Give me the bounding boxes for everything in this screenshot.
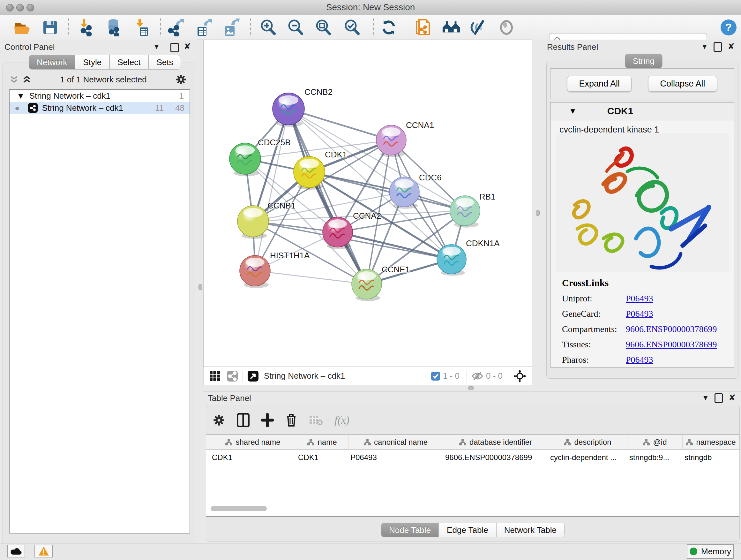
network-row-selected[interactable]: ● String Network – cdk1 11 48 bbox=[10, 102, 190, 114]
zoom-selected-icon[interactable] bbox=[343, 18, 361, 37]
function-builder-icon-disabled: f(x) bbox=[334, 414, 349, 426]
node-label-CCNB2: CCNB2 bbox=[305, 87, 333, 97]
results-panel-menu-icon[interactable]: ▾ bbox=[702, 42, 706, 53]
detach-view-icon[interactable] bbox=[247, 370, 259, 382]
cell-description[interactable]: cyclin-dependent ... bbox=[550, 453, 626, 462]
node-CCNB2[interactable]: CCNB2 bbox=[273, 87, 333, 127]
minimize-window-button[interactable] bbox=[16, 4, 24, 11]
zoom-in-icon[interactable] bbox=[259, 18, 277, 37]
node-RB1[interactable]: RB1 bbox=[450, 192, 495, 228]
crosslink-link[interactable]: P06493 bbox=[626, 355, 653, 365]
column-header-@id[interactable]: @id bbox=[627, 435, 683, 449]
create-column-icon[interactable] bbox=[261, 413, 274, 427]
node-label-RB1: RB1 bbox=[479, 192, 495, 201]
table-panel-close-icon[interactable]: ✘ bbox=[729, 393, 736, 404]
export-image-icon[interactable] bbox=[221, 18, 240, 37]
cytoscape-window: Session: New Session bbox=[0, 0, 741, 560]
column-header-canonical-name[interactable]: canonical name bbox=[348, 435, 443, 449]
help-icon[interactable]: ? bbox=[719, 18, 738, 37]
expand-all-button[interactable]: Expand All bbox=[567, 76, 631, 91]
bottom-splitter-handle[interactable] bbox=[468, 386, 474, 390]
show-panel-icon[interactable] bbox=[497, 18, 516, 37]
tab-sets[interactable]: Sets bbox=[148, 55, 181, 70]
open-session-icon[interactable] bbox=[12, 18, 31, 37]
export-table-icon[interactable] bbox=[194, 18, 212, 37]
collapse-all-networks-icon[interactable] bbox=[9, 75, 19, 84]
hide-panels-icon[interactable] bbox=[469, 18, 488, 37]
warnings-button[interactable] bbox=[35, 545, 53, 557]
tab-network[interactable]: Network bbox=[29, 55, 75, 70]
crosslink-row: Uniprot:P06493 bbox=[562, 294, 728, 304]
edge-CCNB2-HIST1H1A[interactable] bbox=[255, 109, 288, 271]
cell-namespace[interactable]: stringdb bbox=[684, 453, 738, 462]
left-splitter-handle[interactable] bbox=[199, 284, 202, 290]
import-network-file-icon[interactable] bbox=[77, 18, 96, 37]
column-header-namespace[interactable]: namespace bbox=[683, 435, 739, 449]
tab-network-table[interactable]: Network Table bbox=[496, 523, 564, 537]
save-session-icon[interactable] bbox=[41, 18, 59, 37]
table-panel-menu-icon[interactable]: ▾ bbox=[703, 393, 708, 404]
cloud-status-button[interactable] bbox=[7, 545, 25, 557]
tab-edge-table[interactable]: Edge Table bbox=[439, 523, 496, 537]
node-CDKN1A[interactable]: CDKN1A bbox=[437, 239, 500, 276]
tab-node-table[interactable]: Node Table bbox=[381, 523, 439, 537]
right-splitter-handle[interactable] bbox=[536, 210, 540, 216]
node-HIST1H1A[interactable]: HIST1H1A bbox=[240, 251, 310, 288]
import-table-file-icon[interactable] bbox=[132, 18, 151, 37]
collapse-all-button[interactable]: Collapse All bbox=[648, 76, 717, 91]
cell-@id[interactable]: stringdb:9... bbox=[629, 453, 681, 462]
results-panel-close-icon[interactable]: ✘ bbox=[728, 42, 735, 53]
cell-name[interactable]: CDK1 bbox=[298, 453, 347, 462]
tab-select[interactable]: Select bbox=[110, 55, 148, 70]
zoom-out-icon[interactable] bbox=[286, 18, 305, 37]
gene-card-header[interactable]: ▼ CDK1 bbox=[550, 103, 734, 120]
selected-checkbox-icon[interactable] bbox=[431, 371, 441, 381]
birdseye-navigator-icon[interactable] bbox=[514, 370, 526, 382]
results-panel-float-icon[interactable] bbox=[714, 42, 722, 53]
cell-database-identifier[interactable]: 9606.ENSP00000378699 bbox=[445, 453, 547, 462]
refresh-icon[interactable] bbox=[380, 18, 398, 37]
control-panel-close-icon[interactable]: ✘ bbox=[184, 42, 191, 51]
column-header-shared-name[interactable]: shared name bbox=[210, 435, 296, 449]
network-canvas[interactable]: CCNB2CCNA1CDC25BCDK1CDC6RB1CCNB1CCNA2CDK… bbox=[203, 40, 532, 367]
zoom-window-button[interactable] bbox=[26, 4, 34, 11]
zoom-fit-icon[interactable] bbox=[314, 18, 333, 37]
memory-button[interactable]: Memory bbox=[687, 544, 734, 559]
control-panel-menu-icon[interactable]: ▾ bbox=[154, 42, 158, 51]
cell-shared-name[interactable]: CDK1 bbox=[212, 453, 295, 462]
node-CDK1[interactable]: CDK1 bbox=[293, 150, 347, 190]
edge-CDK1-RB1[interactable] bbox=[309, 172, 465, 211]
close-window-button[interactable] bbox=[6, 4, 14, 11]
share-document-icon[interactable] bbox=[414, 18, 432, 37]
network-options-gear-icon[interactable] bbox=[175, 74, 187, 85]
edge-CCNA2-CDKN1A[interactable] bbox=[338, 232, 452, 259]
cell-canonical-name[interactable]: P06493 bbox=[350, 453, 442, 462]
node-CCNA1[interactable]: CCNA1 bbox=[376, 120, 434, 157]
hidden-eye-icon[interactable] bbox=[471, 371, 483, 381]
table-panel-float-icon[interactable] bbox=[715, 393, 723, 404]
expand-all-networks-icon[interactable] bbox=[22, 75, 31, 84]
crosslink-link[interactable]: P06493 bbox=[626, 294, 653, 304]
column-header-database-identifier[interactable]: database identifier bbox=[443, 435, 548, 449]
delete-column-icon[interactable] bbox=[285, 413, 297, 427]
import-network-database-icon[interactable] bbox=[104, 18, 123, 37]
tab-style[interactable]: Style bbox=[75, 55, 110, 70]
show-columns-icon[interactable] bbox=[237, 413, 250, 427]
crosslink-link[interactable]: 9606.ENSP00000378699 bbox=[626, 339, 717, 350]
control-panel-float-icon[interactable] bbox=[171, 43, 179, 54]
crosslink-link[interactable]: P06493 bbox=[626, 309, 653, 319]
table-hscrollbar-thumb[interactable] bbox=[211, 506, 267, 511]
network-collection-row[interactable]: ▼ String Network – cdk1 1 bbox=[10, 90, 190, 102]
collapse-triangle-icon[interactable]: ▼ bbox=[17, 91, 25, 101]
column-header-name[interactable]: name bbox=[296, 435, 348, 449]
home-networks-icon[interactable] bbox=[442, 18, 461, 37]
column-header-description[interactable]: description bbox=[548, 435, 627, 449]
edge-HIST1H1A-CCNE1[interactable] bbox=[255, 271, 367, 284]
table-options-gear-icon[interactable] bbox=[212, 414, 225, 427]
grid-view-icon[interactable] bbox=[209, 371, 220, 381]
gene-collapse-triangle-icon[interactable]: ▼ bbox=[569, 107, 577, 116]
crosslink-link[interactable]: 9606.ENSP00000378699 bbox=[626, 324, 717, 334]
export-network-icon[interactable] bbox=[166, 18, 185, 37]
network-badge-icon[interactable] bbox=[226, 370, 238, 382]
tab-string[interactable]: String bbox=[625, 54, 663, 68]
